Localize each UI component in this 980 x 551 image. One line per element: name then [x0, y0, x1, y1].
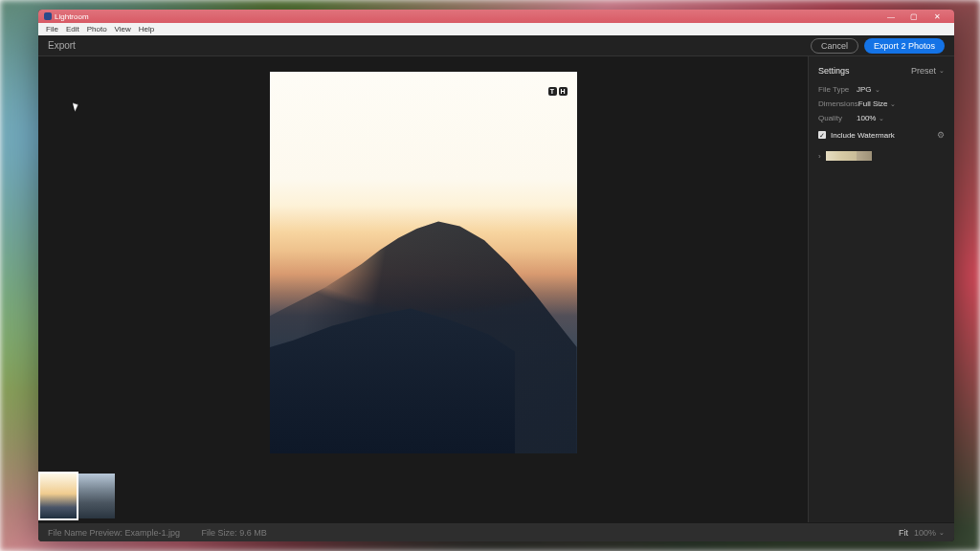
dimensions-value[interactable]: Full Size ⌄: [858, 99, 897, 108]
zoom-dropdown[interactable]: 100% ⌄: [914, 528, 945, 538]
chevron-down-icon: ⌄: [939, 67, 945, 75]
canvas-zone: T H: [38, 56, 808, 469]
include-watermark-row: Include Watermark ⚙: [818, 130, 945, 140]
chevron-right-icon: ›: [818, 152, 821, 161]
menu-help[interactable]: Help: [135, 25, 158, 33]
menubar: File Edit Photo View Help: [38, 23, 954, 35]
filesize-label: File Size:: [202, 528, 237, 538]
watermark-overlay: T H: [548, 87, 568, 96]
watermark-preview-thumb: [826, 151, 872, 161]
filename-preview-value: Example-1.jpg: [125, 528, 181, 538]
preview-area: T H: [38, 56, 808, 522]
chevron-down-icon: ⌄: [875, 86, 880, 94]
chevron-down-icon: ⌄: [879, 115, 884, 122]
titlebar[interactable]: Lightroom — ▢ ✕: [38, 10, 954, 23]
zoom-value: 100%: [914, 528, 936, 538]
settings-title: Settings: [818, 66, 850, 76]
watermark-char-2: H: [559, 87, 568, 96]
window-minimize-button[interactable]: —: [880, 12, 902, 21]
setting-dimensions: Dimensions Full Size ⌄: [818, 99, 945, 108]
watermark-label: Include Watermark: [831, 131, 932, 140]
menu-edit[interactable]: Edit: [62, 25, 83, 33]
preset-label: Preset: [911, 66, 936, 76]
cancel-button[interactable]: Cancel: [811, 38, 858, 54]
filmstrip: [38, 469, 808, 522]
window-close-button[interactable]: ✕: [925, 12, 948, 21]
file-type-label: File Type: [818, 85, 857, 94]
app-icon: [44, 12, 52, 20]
quality-value[interactable]: 100% ⌄: [857, 114, 884, 122]
watermark-preview-row[interactable]: ›: [818, 151, 945, 161]
setting-quality: Quality 100% ⌄: [818, 114, 945, 122]
thumbnail-2[interactable]: [78, 474, 115, 518]
filename-preview-label: File Name Preview:: [48, 528, 122, 538]
gear-icon[interactable]: ⚙: [937, 130, 945, 140]
menu-view[interactable]: View: [111, 25, 135, 33]
dimensions-label: Dimensions: [818, 99, 858, 108]
export-toolbar: Export Cancel Export 2 Photos: [38, 35, 954, 56]
photo-preview[interactable]: T H: [270, 72, 577, 453]
thumbnail-1[interactable]: [40, 474, 77, 518]
export-button[interactable]: Export 2 Photos: [864, 38, 945, 54]
filesize-value: 9.6 MB: [239, 528, 267, 538]
watermark-char-1: T: [548, 87, 557, 96]
preset-dropdown[interactable]: Preset ⌄: [911, 66, 945, 76]
watermark-checkbox[interactable]: [818, 131, 826, 139]
lightroom-window: Lightroom — ▢ ✕ File Edit Photo View Hel…: [38, 10, 954, 541]
setting-file-type: File Type JPG ⌄: [818, 85, 945, 94]
quality-label: Quality: [818, 114, 857, 122]
app-name: Lightroom: [55, 12, 89, 21]
content-area: T H Settings Preset ⌄ File Type: [38, 56, 954, 522]
chevron-down-icon: ⌄: [939, 529, 945, 537]
statusbar: File Name Preview: Example-1.jpg File Si…: [38, 522, 954, 541]
menu-photo[interactable]: Photo: [83, 25, 111, 33]
page-title: Export: [48, 40, 76, 51]
settings-panel: Settings Preset ⌄ File Type JPG ⌄ Dimens…: [808, 56, 954, 522]
window-maximize-button[interactable]: ▢: [902, 12, 925, 21]
file-type-value[interactable]: JPG ⌄: [857, 85, 880, 94]
fit-button[interactable]: Fit: [899, 528, 908, 538]
chevron-down-icon: ⌄: [890, 100, 896, 108]
menu-file[interactable]: File: [42, 25, 62, 33]
